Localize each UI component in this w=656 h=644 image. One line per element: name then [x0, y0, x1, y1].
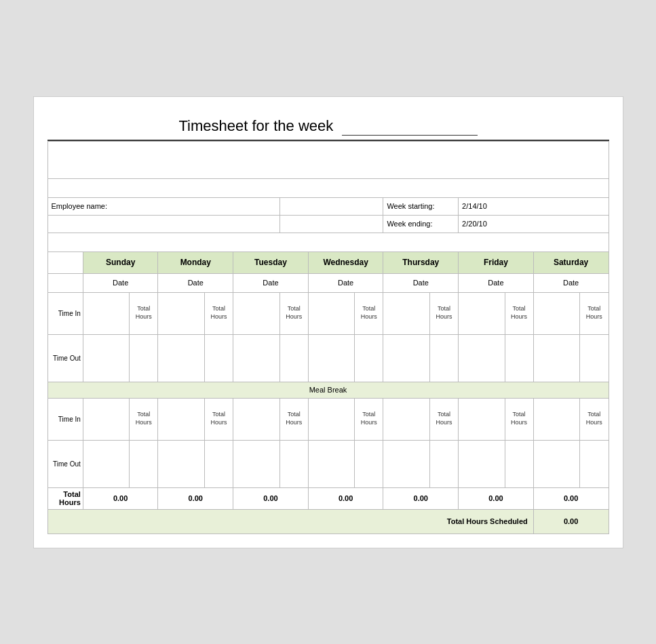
- sunday-timein-2[interactable]: [83, 398, 129, 440]
- wednesday-total: 0.00: [308, 487, 383, 509]
- tuesday-timein-2[interactable]: [233, 398, 279, 440]
- time-in-label-1: Time In: [47, 292, 83, 334]
- top-empty-row-1: [47, 141, 609, 178]
- total-scheduled-value: 0.00: [533, 509, 609, 534]
- wednesday-header: Wednesday: [308, 251, 383, 273]
- tuesday-timeout-2[interactable]: [233, 440, 279, 487]
- monday-totalhours-2: TotalHours: [204, 398, 233, 440]
- thursday-date: Date: [383, 273, 459, 292]
- sunday-timeout-1[interactable]: [83, 334, 129, 382]
- meal-break-row: Meal Break: [47, 382, 609, 398]
- timesheet-container: Timesheet for the week Employee name: We…: [33, 96, 623, 548]
- employee-name-label: Employee name:: [47, 197, 279, 215]
- thursday-timein-2[interactable]: [383, 398, 429, 440]
- week-ending-label: Week ending:: [383, 215, 459, 233]
- sunday-totalhours-1: TotalHours: [130, 292, 158, 334]
- wednesday-totalhours-2: TotalHours: [355, 398, 383, 440]
- thursday-timein-1[interactable]: [383, 292, 429, 334]
- week-starting-value: 2/14/10: [459, 197, 609, 215]
- week-ending-row: Week ending: 2/20/10: [47, 215, 609, 233]
- day-headers-row: Sunday Monday Tuesday Wednesday Thursday…: [47, 251, 609, 273]
- sunday-timeout-2[interactable]: [83, 440, 129, 487]
- saturday-timein-1[interactable]: [533, 292, 579, 334]
- sunday-total: 0.00: [83, 487, 158, 509]
- time-in-row-1: Time In TotalHours TotalHours TotalHours…: [47, 292, 609, 334]
- saturday-total: 0.00: [533, 487, 609, 509]
- thursday-header: Thursday: [383, 251, 459, 273]
- total-hours-label: Total Hours: [47, 487, 83, 509]
- sunday-totalhours-2: TotalHours: [130, 398, 158, 440]
- wednesday-timeout-2[interactable]: [308, 440, 354, 487]
- saturday-timeout-2[interactable]: [533, 440, 579, 487]
- monday-timeout-2[interactable]: [158, 440, 204, 487]
- title-text: Timesheet for the week: [178, 117, 333, 134]
- wednesday-timein-2[interactable]: [308, 398, 354, 440]
- saturday-header: Saturday: [533, 251, 609, 273]
- friday-total: 0.00: [459, 487, 534, 509]
- friday-header: Friday: [459, 251, 534, 273]
- timesheet-table: Employee name: Week starting: 2/14/10 We…: [47, 141, 609, 534]
- extra-empty-row: [47, 233, 609, 251]
- friday-timein-2[interactable]: [459, 398, 505, 440]
- tuesday-header: Tuesday: [233, 251, 309, 273]
- time-out-row-2: Time Out: [47, 440, 609, 487]
- saturday-timein-2[interactable]: [533, 398, 579, 440]
- thursday-totalhours-2: TotalHours: [429, 398, 458, 440]
- saturday-date: Date: [533, 273, 609, 292]
- date-labels-row: Date Date Date Date Date Date Date: [47, 273, 609, 292]
- friday-totalhours-2: TotalHours: [505, 398, 533, 440]
- monday-timeout-1[interactable]: [158, 334, 204, 382]
- sheet-title: Timesheet for the week: [47, 110, 609, 141]
- tuesday-timeout-1[interactable]: [233, 334, 279, 382]
- tuesday-date: Date: [233, 273, 309, 292]
- monday-total: 0.00: [158, 487, 233, 509]
- friday-timein-1[interactable]: [459, 292, 505, 334]
- monday-totalhours-1: TotalHours: [204, 292, 233, 334]
- time-in-row-2: Time In TotalHours TotalHours TotalHours…: [47, 398, 609, 440]
- friday-timeout-1[interactable]: [459, 334, 505, 382]
- monday-date: Date: [158, 273, 233, 292]
- time-out-label-1: Time Out: [47, 334, 83, 382]
- thursday-timeout-1[interactable]: [383, 334, 429, 382]
- top-empty-row-2: [47, 178, 609, 197]
- friday-date: Date: [459, 273, 534, 292]
- saturday-timeout-1[interactable]: [533, 334, 579, 382]
- employee-week-row: Employee name: Week starting: 2/14/10: [47, 197, 609, 215]
- sunday-timein-1[interactable]: [83, 292, 129, 334]
- tuesday-totalhours-1: TotalHours: [279, 292, 308, 334]
- wednesday-timeout-1[interactable]: [308, 334, 354, 382]
- tuesday-totalhours-2: TotalHours: [279, 398, 308, 440]
- time-out-label-2: Time Out: [47, 440, 83, 487]
- wednesday-totalhours-1: TotalHours: [355, 292, 383, 334]
- monday-timein-2[interactable]: [158, 398, 204, 440]
- wednesday-date: Date: [308, 273, 383, 292]
- tuesday-timein-1[interactable]: [233, 292, 279, 334]
- time-in-label-2: Time In: [47, 398, 83, 440]
- week-starting-label: Week starting:: [383, 197, 459, 215]
- friday-timeout-2[interactable]: [459, 440, 505, 487]
- total-hours-row: Total Hours 0.00 0.00 0.00 0.00 0.00 0.0…: [47, 487, 609, 509]
- monday-header: Monday: [158, 251, 233, 273]
- thursday-timeout-2[interactable]: [383, 440, 429, 487]
- thursday-total: 0.00: [383, 487, 459, 509]
- tuesday-total: 0.00: [233, 487, 309, 509]
- total-scheduled-row: Total Hours Scheduled 0.00: [47, 509, 609, 534]
- sunday-header: Sunday: [83, 251, 158, 273]
- monday-timein-1[interactable]: [158, 292, 204, 334]
- time-out-row-1: Time Out: [47, 334, 609, 382]
- total-scheduled-label: Total Hours Scheduled: [47, 509, 533, 534]
- meal-break-label: Meal Break: [47, 382, 609, 398]
- saturday-totalhours-1: TotalHours: [580, 292, 609, 334]
- friday-totalhours-1: TotalHours: [505, 292, 533, 334]
- week-ending-value: 2/20/10: [459, 215, 609, 233]
- thursday-totalhours-1: TotalHours: [429, 292, 458, 334]
- saturday-totalhours-2: TotalHours: [580, 398, 609, 440]
- wednesday-timein-1[interactable]: [308, 292, 354, 334]
- sunday-date: Date: [83, 273, 158, 292]
